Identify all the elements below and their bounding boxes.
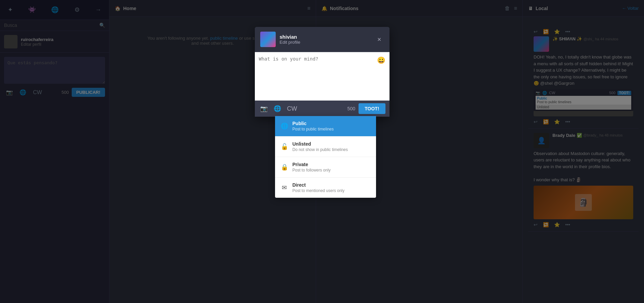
privacy-option-public[interactable]: 🌐 Public Post to public timelines [275, 116, 376, 137]
modal-header: shivian Edit profile × [255, 27, 389, 52]
emoji-button[interactable]: 😀 [377, 56, 385, 64]
toot-button[interactable]: TOOT! [359, 103, 385, 114]
modal-avatar [260, 32, 276, 47]
compose-modal: shivian Edit profile × 😀 📷 🌐 CW 500 TOOT… [255, 27, 389, 117]
cw-label[interactable]: CW [286, 104, 299, 114]
modal-username: shivian [280, 34, 300, 40]
privacy-direct-title: Direct [293, 182, 345, 188]
privacy-dropdown: 🌐 Public Post to public timelines 🔓 Unli… [275, 116, 376, 198]
modal-overlay[interactable]: shivian Edit profile × 😀 📷 🌐 CW 500 TOOT… [0, 0, 644, 303]
privacy-unlisted-desc: Do not show in public timelines [293, 147, 348, 152]
privacy-unlisted-title: Unlisted [293, 141, 348, 147]
modal-compose: 😀 [255, 52, 389, 101]
camera-icon[interactable]: 📷 [259, 104, 269, 114]
modal-compose-top: 😀 [259, 56, 385, 97]
globe-privacy-icon[interactable]: 🌐 [272, 104, 282, 114]
privacy-private-desc: Post to followers only [293, 168, 331, 173]
char-count: 500 [347, 106, 355, 111]
unlock-icon: 🔓 [280, 143, 289, 150]
close-button[interactable]: × [375, 34, 384, 45]
lock-icon: 🔒 [280, 163, 289, 171]
privacy-option-direct[interactable]: ✉ Direct Post to mentioned users only [275, 178, 376, 198]
privacy-direct-desc: Post to mentioned users only [293, 188, 345, 193]
globe-icon: 🌐 [280, 122, 289, 130]
modal-toolbar: 📷 🌐 CW 500 TOOT! 🌐 Public Post to public… [255, 101, 389, 117]
privacy-public-title: Public [293, 121, 334, 126]
privacy-option-unlisted[interactable]: 🔓 Unlisted Do not show in public timelin… [275, 137, 376, 157]
privacy-private-title: Private [293, 162, 331, 167]
modal-subtitle: Edit profile [280, 40, 300, 45]
modal-textarea[interactable] [259, 56, 377, 97]
envelope-icon: ✉ [280, 184, 289, 191]
privacy-public-desc: Post to public timelines [293, 127, 334, 131]
privacy-option-private[interactable]: 🔒 Private Post to followers only [275, 157, 376, 178]
